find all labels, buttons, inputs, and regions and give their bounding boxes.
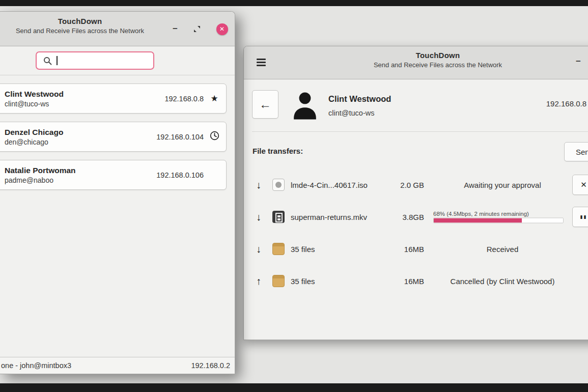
transfers-window: TouchDown Send and Receive Files across … bbox=[243, 46, 588, 340]
contact-name: Denzel Chicago bbox=[5, 128, 156, 137]
transfer-size: 16MB bbox=[385, 244, 424, 253]
contact-ip: 192.168.0.104 bbox=[156, 133, 204, 141]
badge-slot bbox=[208, 131, 221, 143]
minimize-button[interactable]: − bbox=[169, 23, 181, 35]
window-title: TouchDown bbox=[0, 17, 160, 25]
send-files-button[interactable]: Sen bbox=[564, 142, 588, 161]
self-identity-statusbar: one - john@mintbox3 192.168.0.2 bbox=[0, 357, 235, 374]
taskbar-strip bbox=[0, 383, 588, 392]
folder-icon bbox=[272, 275, 285, 287]
window-subtitle: Send and Receive Files across the Networ… bbox=[244, 61, 588, 69]
direction-arrow-icon: ↓ bbox=[256, 211, 261, 222]
progress-track bbox=[433, 217, 564, 223]
transfer-size: 2.0 GB bbox=[385, 180, 424, 189]
contact-name: Clint Westwood bbox=[5, 90, 164, 99]
cancel-transfer-button[interactable]: ✕ bbox=[572, 175, 588, 195]
contact-ip: 192.168.0.8 bbox=[546, 99, 586, 108]
window-subtitle: Send and Receive Files across the Networ… bbox=[0, 27, 160, 35]
contact-identity: Natalie Portwoman padme@naboo bbox=[5, 166, 156, 184]
transfer-row[interactable]: ↓ 35 files 16MB Received bbox=[244, 233, 588, 265]
file-type-icon bbox=[272, 275, 285, 287]
minimize-button[interactable]: − bbox=[572, 55, 584, 68]
transfers-titlebar[interactable]: TouchDown Send and Receive Files across … bbox=[244, 46, 588, 79]
contact-list-item[interactable]: Denzel Chicago den@chicago 192.168.0.104 bbox=[0, 122, 227, 152]
contact-username: den@chicago bbox=[5, 138, 156, 146]
contact-username: padme@naboo bbox=[5, 176, 156, 184]
top-screen-edge bbox=[0, 0, 588, 6]
self-ip-label: 192.168.0.2 bbox=[191, 361, 230, 370]
restore-button[interactable] bbox=[191, 23, 203, 35]
transfer-filename: superman-returns.mkv bbox=[291, 212, 385, 221]
close-button[interactable]: ✕ bbox=[216, 23, 228, 35]
video-file-icon bbox=[272, 211, 285, 223]
self-identity-label: one - john@mintbox3 bbox=[1, 361, 71, 370]
badge-slot: ★ bbox=[208, 93, 221, 104]
search-icon bbox=[43, 57, 52, 65]
window-title: TouchDown bbox=[244, 51, 588, 60]
file-transfers-label: File transfers: bbox=[253, 147, 303, 155]
contact-list-item[interactable]: Clint Westwood clint@tuco-ws 192.168.0.8… bbox=[0, 83, 227, 114]
direction-arrow-icon: ↓ bbox=[256, 179, 261, 190]
transfer-filename: 35 files bbox=[291, 276, 385, 285]
contact-identity: Clint Westwood clint@tuco-ws bbox=[5, 90, 164, 108]
divider bbox=[0, 75, 235, 75]
avatar bbox=[290, 89, 320, 121]
transfer-filename: 35 files bbox=[291, 244, 385, 253]
transfer-status: Received bbox=[426, 244, 579, 253]
transfer-size: 16MB bbox=[385, 276, 424, 285]
favorite-star-icon: ★ bbox=[210, 94, 218, 103]
file-type-icon bbox=[272, 179, 285, 191]
transfer-list: ↓ lmde-4-Cin...40617.iso 2.0 GB Awaiting… bbox=[244, 169, 588, 297]
back-button[interactable]: ← bbox=[252, 90, 278, 119]
close-icon: ✕ bbox=[216, 23, 228, 35]
direction-arrow-icon: ↑ bbox=[256, 275, 261, 287]
file-type-icon bbox=[272, 211, 285, 223]
contact-name: Natalie Portwoman bbox=[5, 166, 156, 175]
file-type-icon bbox=[272, 243, 285, 255]
contacts-titlebar[interactable]: TouchDown Send and Receive Files across … bbox=[0, 12, 235, 46]
transfer-row[interactable]: ↑ 35 files 16MB Cancelled (by Clint West… bbox=[244, 265, 588, 297]
progress-label: 68% (4.5Mbps, 2 minutes remaining) bbox=[433, 210, 564, 216]
text-cursor bbox=[57, 56, 58, 65]
contact-username: clint@tuco-ws bbox=[5, 100, 164, 108]
contact-list-item[interactable]: Natalie Portwoman padme@naboo 192.168.0.… bbox=[0, 160, 227, 190]
pause-transfer-button[interactable]: ▮▮ bbox=[572, 207, 588, 227]
transfer-row[interactable]: ↓ lmde-4-Cin...40617.iso 2.0 GB Awaiting… bbox=[244, 169, 588, 201]
contact-username: clint@tuco-ws bbox=[328, 109, 374, 117]
transfer-status: Awaiting your approval bbox=[426, 180, 579, 189]
progress-fill bbox=[434, 218, 522, 222]
contact-ip: 192.168.0.8 bbox=[164, 95, 204, 103]
contacts-window: TouchDown Send and Receive Files across … bbox=[0, 11, 235, 374]
contact-list: Clint Westwood clint@tuco-ws 192.168.0.8… bbox=[0, 83, 227, 198]
transfer-filename: lmde-4-Cin...40617.iso bbox=[291, 180, 385, 189]
contact-identity: Denzel Chicago den@chicago bbox=[5, 128, 156, 146]
direction-arrow-icon: ↓ bbox=[256, 243, 261, 255]
search-input[interactable] bbox=[36, 51, 154, 70]
transfer-row[interactable]: ↓ superman-returns.mkv 3.8GB 68% (4.5Mbp… bbox=[244, 201, 588, 233]
divider bbox=[252, 131, 588, 132]
recent-clock-icon bbox=[210, 131, 219, 141]
person-icon bbox=[290, 89, 320, 121]
restore-icon bbox=[193, 25, 201, 33]
transfer-size: 3.8GB bbox=[385, 212, 424, 221]
transfer-progress: 68% (4.5Mbps, 2 minutes remaining) bbox=[433, 210, 564, 223]
transfer-status: Cancelled (by Clint Westwood) bbox=[426, 276, 579, 285]
folder-icon bbox=[272, 243, 285, 255]
contact-ip: 192.168.0.106 bbox=[156, 171, 204, 179]
contact-name: Clint Westwood bbox=[328, 94, 391, 104]
disc-icon bbox=[272, 179, 285, 191]
